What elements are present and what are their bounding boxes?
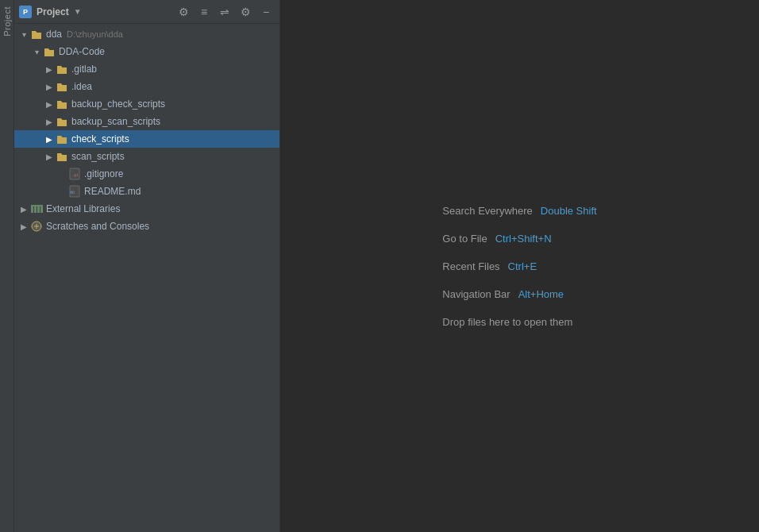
shortcut-row-nav: Navigation Bar Alt+Home — [442, 288, 596, 300]
options-icon-btn[interactable]: ⚙ — [237, 3, 254, 21]
shortcut-goto: Ctrl+Shift+N — [495, 233, 552, 245]
tree-label-backup-scan: backup_scan_scripts — [71, 116, 160, 127]
tree-item-readme[interactable]: ▶ MD README.md — [14, 183, 279, 200]
settings-icon-btn[interactable]: ⚙ — [175, 3, 192, 21]
sidebar-header: P Project ▼ ⚙ ≡ ⇌ ⚙ − — [14, 0, 279, 24]
tree-item-dda-code[interactable]: ▾ DDA-Code — [14, 43, 279, 60]
tree-item-dda[interactable]: ▾ dda D:\zhuyun\dda — [14, 25, 279, 43]
folder-icon-dda-code — [43, 45, 56, 58]
folder-icon-gitlab — [56, 63, 68, 75]
folder-icon-idea — [56, 80, 68, 93]
expand-arrow-scratches[interactable]: ▶ — [17, 220, 30, 233]
tree-label-dda: dda — [46, 29, 62, 40]
action-label-nav: Navigation Bar — [442, 288, 510, 300]
expand-arrow-backup-scan[interactable]: ▶ — [43, 115, 56, 128]
tree-label-scan-scripts: scan_scripts — [71, 151, 125, 162]
drop-note-text: Drop files here to open them — [442, 316, 572, 328]
folder-icon-backup-scan — [56, 115, 68, 128]
sort-icon-btn[interactable]: ⇌ — [216, 3, 233, 21]
minimize-icon-btn[interactable]: − — [257, 3, 275, 21]
shortcut-row-search: Search Everywhere Double Shift — [442, 205, 596, 217]
folder-icon-scan-scripts — [56, 150, 68, 163]
expand-arrow-idea[interactable]: ▶ — [43, 80, 56, 93]
tree-item-gitlab[interactable]: ▶ .gitlab — [14, 60, 279, 78]
drop-files-note: Drop files here to open them — [442, 316, 596, 328]
svg-rect-8 — [31, 205, 43, 206]
expand-arrow-gitlab[interactable]: ▶ — [43, 63, 56, 75]
tree-label-scratches: Scratches and Consoles — [46, 221, 149, 232]
shortcut-recent: Ctrl+E — [508, 260, 537, 272]
svg-text:MD: MD — [71, 191, 75, 195]
expand-arrow-scan-scripts[interactable]: ▶ — [43, 150, 56, 163]
tree-item-idea[interactable]: ▶ .idea — [14, 78, 279, 95]
tree-item-scratches[interactable]: ▶ Scratches and Consoles — [14, 218, 279, 235]
expand-arrow-dda[interactable]: ▾ — [17, 28, 30, 40]
tree-item-backup-scan[interactable]: ▶ backup_scan_scripts — [14, 113, 279, 130]
svg-rect-4 — [31, 206, 33, 213]
dropdown-arrow[interactable]: ▼ — [74, 7, 82, 16]
action-label-search: Search Everywhere — [442, 205, 532, 217]
gitignore-icon: .gi — [68, 168, 81, 180]
expand-arrow-ext-lib[interactable]: ▶ — [17, 202, 30, 215]
sidebar-title-area: P Project ▼ — [19, 6, 170, 18]
tree-label-gitlab: .gitlab — [71, 64, 97, 75]
md-file-icon: MD — [68, 185, 81, 198]
tree-label-ext-lib: External Libraries — [46, 203, 120, 214]
tree-item-check-scripts[interactable]: ▶ check_scripts — [14, 130, 279, 148]
tree-label-check-scripts: check_scripts — [71, 133, 129, 145]
shortcut-row-goto: Go to File Ctrl+Shift+N — [442, 233, 596, 245]
folder-icon-backup-check — [56, 98, 68, 110]
shortcut-search: Double Shift — [541, 205, 597, 217]
file-tree: ▾ dda D:\zhuyun\dda ▾ DDA-Code ▶ — [14, 24, 279, 532]
svg-rect-7 — [40, 206, 43, 213]
main-content: Search Everywhere Double Shift Go to Fil… — [280, 0, 759, 532]
vertical-tab-label: Project — [2, 6, 12, 37]
tree-label-gitignore: .gitignore — [84, 168, 123, 179]
tree-label-backup-check: backup_check_scripts — [71, 98, 165, 110]
expand-arrow-dda-code[interactable]: ▾ — [30, 45, 43, 58]
folder-icon-check-scripts — [56, 133, 68, 145]
tree-path-dda: D:\zhuyun\dda — [67, 29, 123, 39]
tree-label-readme: README.md — [84, 186, 141, 197]
ext-lib-icon — [30, 202, 43, 215]
sidebar-header-actions: ⚙ ≡ ⇌ ⚙ − — [175, 3, 275, 21]
sidebar-title: Project — [37, 6, 69, 17]
welcome-panel: Search Everywhere Double Shift Go to Fil… — [442, 205, 596, 328]
collapse-icon-btn[interactable]: ≡ — [195, 3, 213, 21]
action-label-recent: Recent Files — [442, 260, 499, 272]
project-icon: P — [19, 6, 32, 18]
tree-label-dda-code: DDA-Code — [59, 46, 105, 57]
shortcut-row-recent: Recent Files Ctrl+E — [442, 260, 596, 272]
tree-item-scan-scripts[interactable]: ▶ scan_scripts — [14, 148, 279, 165]
tree-item-external-libraries[interactable]: ▶ External Libraries — [14, 200, 279, 218]
tree-item-backup-check[interactable]: ▶ backup_check_scripts — [14, 95, 279, 113]
action-label-goto: Go to File — [442, 233, 487, 245]
folder-icon-dda — [30, 28, 43, 40]
svg-rect-6 — [37, 206, 40, 213]
tree-label-idea: .idea — [71, 81, 92, 92]
vertical-project-tab[interactable]: Project — [0, 0, 14, 532]
sidebar-panel: P Project ▼ ⚙ ≡ ⇌ ⚙ − ▾ dda D:\zhuyun\dd… — [14, 0, 280, 532]
svg-text:.gi: .gi — [71, 172, 79, 178]
expand-arrow-backup-check[interactable]: ▶ — [43, 98, 56, 110]
svg-rect-5 — [34, 206, 37, 213]
tree-item-gitignore[interactable]: ▶ .gi .gitignore — [14, 165, 279, 183]
scratch-icon — [30, 220, 43, 233]
shortcut-nav: Alt+Home — [518, 288, 564, 300]
expand-arrow-check-scripts[interactable]: ▶ — [43, 133, 56, 145]
